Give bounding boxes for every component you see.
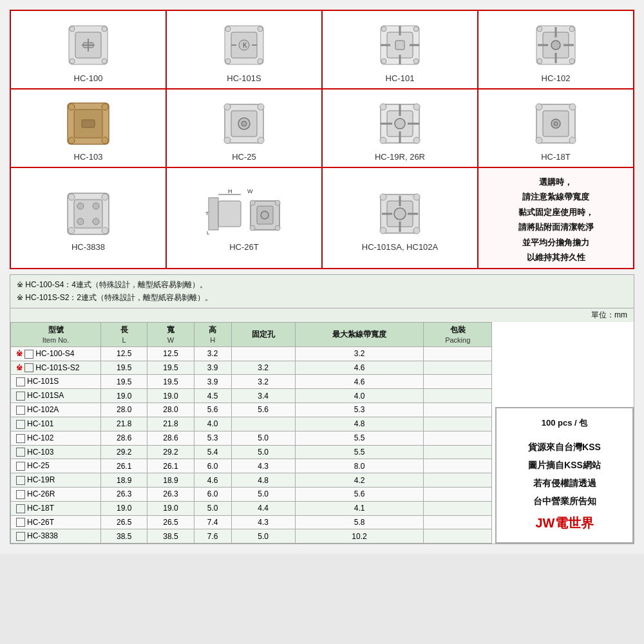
checkbox[interactable] — [16, 532, 25, 541]
svg-point-65 — [380, 137, 386, 144]
checkbox[interactable] — [16, 476, 25, 485]
brand-line3: 若有侵權請透過 — [504, 474, 625, 492]
table-cell-H: 6.0 — [194, 488, 231, 502]
table-cell-packing — [424, 473, 492, 488]
product-cell-hc19r26r: HC-19R, 26R — [323, 90, 478, 167]
svg-point-77 — [77, 203, 84, 209]
checkbox[interactable] — [16, 490, 25, 499]
svg-point-29 — [413, 59, 419, 64]
svg-point-80 — [93, 218, 99, 225]
special-mark: ※ — [16, 363, 23, 372]
checkbox[interactable] — [16, 434, 25, 443]
table-cell-packing — [424, 375, 492, 389]
table-row: HC-2526.126.16.04.38.0 — [11, 459, 492, 473]
table-row: ※ HC-100-S412.512.53.23.2 — [11, 346, 492, 361]
product-label-hc101s: HC-101S — [227, 73, 261, 83]
svg-point-58 — [395, 118, 405, 129]
table-cell-name: HC-19R — [11, 473, 101, 488]
table-row: HC-10329.229.25.45.05.5 — [11, 445, 492, 459]
table-cell-max_width: 4.0 — [295, 389, 424, 403]
table-cell-max_width: 5.8 — [295, 515, 424, 529]
svg-point-108 — [380, 227, 386, 234]
table-cell-packing — [424, 445, 492, 459]
svg-point-109 — [413, 227, 420, 234]
product-note-cell: 選購時，請注意紮線帶寬度黏式固定座使用時，請將貼附面清潔乾淨並平均分擔角擔力以維… — [478, 168, 633, 268]
product-cell-hc102: HC-102 — [478, 11, 633, 88]
checkbox[interactable] — [24, 350, 33, 359]
product-cell-hc103: HC-103 — [11, 90, 167, 167]
svg-point-84 — [102, 227, 108, 234]
svg-text:K: K — [243, 42, 247, 49]
svg-point-17 — [225, 59, 231, 64]
table-cell-L: 26.3 — [101, 488, 147, 502]
brand-line4: 台中營業所告知 — [504, 492, 625, 510]
table-right: 100 pcs / 包 貨源來自台灣KSS 圖片摘自KSS網站 若有侵權請透過 … — [492, 322, 634, 544]
table-cell-L: 26.1 — [101, 459, 147, 473]
product-image-hc101 — [374, 19, 426, 71]
svg-point-27 — [413, 26, 419, 32]
table-cell-H: 3.9 — [194, 375, 231, 389]
table-cell-H: 6.0 — [194, 459, 231, 473]
checkbox[interactable] — [16, 377, 25, 386]
checkbox[interactable] — [24, 363, 33, 372]
table-cell-W: 21.8 — [147, 417, 194, 431]
table-cell-H: 4.5 — [194, 389, 231, 403]
product-label-hc102: HC-102 — [542, 73, 571, 83]
table-cell-hole — [231, 417, 295, 431]
table-cell-packing — [424, 361, 492, 375]
svg-point-5 — [70, 26, 75, 32]
product-cell-hc25: HC-25 — [167, 90, 323, 167]
table-cell-max_width: 4.8 — [295, 417, 424, 431]
brand-logo: JW電世界 — [504, 510, 625, 536]
table-cell-name: HC-101SA — [11, 389, 101, 403]
table-cell-packing — [424, 403, 492, 417]
table-cell-W: 26.3 — [147, 488, 194, 502]
svg-text:H: H — [228, 188, 232, 194]
table-cell-hole — [231, 346, 295, 361]
product-cell-hc101s: K HC-101S — [167, 11, 323, 88]
svg-point-74 — [569, 137, 576, 144]
table-cell-max_width: 5.5 — [295, 431, 424, 445]
checkbox[interactable] — [16, 504, 25, 513]
checkbox[interactable] — [16, 406, 25, 415]
table-cell-name: HC-101 — [11, 417, 101, 431]
table-cell-L: 38.5 — [101, 529, 147, 544]
table-cell-H: 7.6 — [194, 529, 231, 544]
svg-point-106 — [380, 194, 386, 200]
product-cell-hc18t: HC-18T — [478, 90, 633, 167]
table-cell-max_width: 5.3 — [295, 403, 424, 417]
svg-point-39 — [537, 59, 542, 64]
table-cell-max_width: 8.0 — [295, 459, 424, 473]
svg-point-37 — [537, 26, 542, 32]
table-cell-packing — [424, 417, 492, 431]
checkbox[interactable] — [16, 420, 25, 429]
svg-point-55 — [258, 137, 264, 144]
svg-point-94 — [261, 211, 269, 219]
item-name: HC-102 — [27, 433, 53, 442]
table-cell-hole: 5.0 — [231, 488, 295, 502]
svg-text:L: L — [207, 230, 210, 236]
table-cell-W: 18.9 — [147, 473, 194, 488]
checkbox[interactable] — [16, 448, 25, 457]
item-name: HC-100-S4 — [35, 349, 74, 358]
unit-label: 單位：mm — [591, 310, 627, 319]
table-cell-L: 28.6 — [101, 431, 147, 445]
svg-point-47 — [102, 137, 108, 144]
table-row: HC-18T19.019.05.04.44.1 — [11, 501, 492, 515]
table-cell-hole: 5.6 — [231, 403, 295, 417]
table-cell-W: 19.5 — [147, 375, 194, 389]
svg-point-70 — [554, 122, 558, 126]
table-cell-W: 38.5 — [147, 529, 194, 544]
checkbox[interactable] — [16, 392, 25, 401]
checkbox[interactable] — [16, 518, 25, 527]
product-row-2: HC-103 HC-25 — [11, 90, 633, 168]
table-cell-L: 19.0 — [101, 389, 147, 403]
brand-line1: 貨源來自台灣KSS — [504, 438, 625, 456]
table-cell-hole: 5.0 — [231, 529, 295, 544]
checkbox[interactable] — [16, 462, 25, 471]
product-row-3: HC-3838 H W T L — [11, 168, 633, 268]
table-notes: ※ HC-100-S4：4連式（特殊設計，離型紙容易剝離）。 ※ HC-101S… — [10, 275, 634, 308]
th-maxwidth: 最大紮線帶寬度 — [295, 322, 424, 346]
table-cell-H: 3.2 — [194, 346, 231, 361]
product-image-hc103 — [62, 98, 114, 149]
